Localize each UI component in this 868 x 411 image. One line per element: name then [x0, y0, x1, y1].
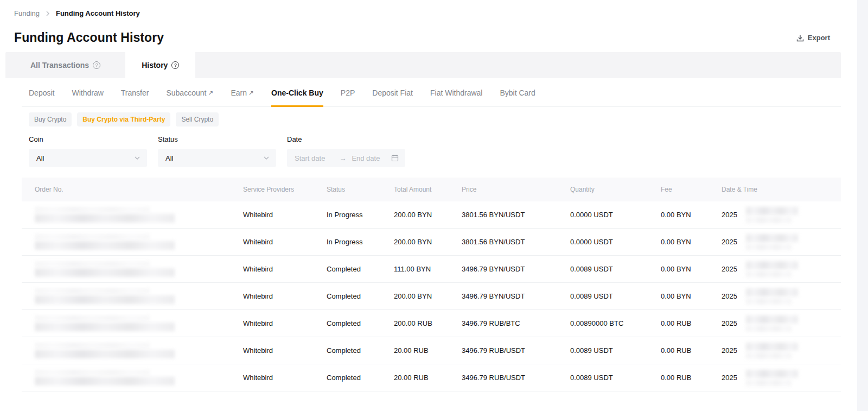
date-year: 2025	[722, 211, 737, 219]
subtab-bybit-card[interactable]: Bybit Card	[500, 78, 535, 106]
price-cell: 3801.56 BYN/USDT	[462, 211, 570, 219]
subtab-earn[interactable]: Earn ↗	[231, 78, 254, 106]
subtab-transfer[interactable]: Transfer	[121, 78, 149, 106]
fee-cell: 0.00 BYN	[661, 238, 722, 246]
status-filter-label: Status	[158, 135, 276, 143]
subtab-subaccount[interactable]: Subaccount ↗	[166, 78, 213, 106]
subtab-deposit-fiat[interactable]: Deposit Fiat	[372, 78, 413, 106]
table-row: Whitebird Completed 20.00 RUB 3496.79 RU…	[22, 337, 841, 364]
tab-label: All Transactions	[30, 61, 89, 69]
page-title: Funding Account History	[14, 30, 164, 45]
help-icon: ?	[93, 61, 100, 69]
date-range-input[interactable]: Start date → End date	[287, 149, 405, 167]
total-amount-cell: 111.00 BYN	[394, 265, 462, 273]
status-cell: Completed	[327, 319, 394, 327]
right-gutter	[857, 0, 868, 411]
table-row: Whitebird Completed 20.00 RUB 3496.79 RU…	[22, 364, 841, 391]
order-no-redacted	[35, 288, 243, 304]
date-time-cell: 2025	[722, 370, 841, 386]
fee-cell: 0.00 BYN	[661, 265, 722, 273]
tab-history[interactable]: History ?	[125, 52, 195, 78]
coin-select[interactable]: All	[29, 149, 147, 167]
column-header-quantity: Quantity	[570, 186, 661, 193]
subtab-p2p[interactable]: P2P	[341, 78, 355, 106]
chevron-down-icon	[263, 155, 270, 161]
pill-label: Buy Crypto	[34, 116, 66, 123]
fee-cell: 0.00 RUB	[661, 319, 722, 327]
pill-label: Sell Crypto	[181, 116, 213, 123]
subtab-label: Fiat Withdrawal	[430, 88, 482, 97]
breadcrumb-parent[interactable]: Funding	[14, 9, 40, 17]
order-no-redacted	[35, 370, 243, 385]
subtab-deposit[interactable]: Deposit	[29, 78, 54, 106]
subtab-label: Subaccount	[166, 88, 206, 97]
total-amount-cell: 200.00 BYN	[394, 292, 462, 300]
table-row: Whitebird Completed 200.00 RUB 3496.79 R…	[22, 310, 841, 337]
date-redacted	[746, 343, 798, 359]
date-time-cell: 2025	[722, 315, 841, 332]
fee-cell: 0.00 RUB	[661, 346, 722, 355]
order-no-redacted	[35, 315, 243, 331]
price-cell: 3496.79 RUB/BTC	[462, 319, 570, 327]
date-year: 2025	[722, 238, 737, 246]
table-row: Whitebird Completed 200.00 BYN 3496.79 B…	[22, 283, 841, 310]
tab-label: History	[142, 61, 168, 69]
status-select[interactable]: All	[158, 149, 276, 167]
pill-sell-crypto[interactable]: Sell Crypto	[176, 112, 219, 127]
column-header-service-providers: Service Providers	[243, 186, 327, 193]
total-amount-cell: 20.00 RUB	[394, 374, 462, 382]
date-year: 2025	[722, 265, 737, 273]
tab-all-transactions[interactable]: All Transactions ?	[5, 52, 125, 78]
export-button[interactable]: Export	[796, 34, 830, 42]
end-date-input[interactable]: End date	[352, 154, 380, 162]
status-cell: Completed	[327, 292, 394, 300]
date-redacted	[746, 261, 798, 277]
pill-buy-crypto-via-third-party[interactable]: Buy Crypto via Third-Party	[77, 112, 170, 127]
breadcrumb: Funding Funding Account History	[14, 9, 830, 17]
total-amount-cell: 200.00 BYN	[394, 238, 462, 246]
subtab-label: Deposit Fiat	[372, 88, 413, 97]
pill-label: Buy Crypto via Third-Party	[82, 116, 165, 123]
date-redacted	[746, 315, 798, 332]
column-header-price: Price	[462, 186, 570, 193]
quantity-cell: 0.0000 USDT	[570, 238, 661, 246]
table-body: Whitebird In Progress 200.00 BYN 3801.56…	[22, 201, 841, 391]
breadcrumb-current: Funding Account History	[56, 9, 140, 17]
quantity-cell: 0.0089 USDT	[570, 346, 661, 355]
subtab-label: Deposit	[29, 88, 54, 97]
subtab-label: Withdraw	[72, 88, 103, 97]
date-filter-label: Date	[287, 135, 405, 143]
calendar-icon[interactable]	[391, 154, 399, 162]
subtab-label: Transfer	[121, 88, 149, 97]
export-label: Export	[808, 34, 830, 42]
order-no-redacted	[35, 234, 243, 250]
page-header: Funding Funding Account History Funding …	[0, 0, 868, 45]
price-cell: 3496.79 RUB/USDT	[462, 374, 570, 382]
status-cell: Completed	[327, 346, 394, 355]
fee-cell: 0.00 BYN	[661, 292, 722, 300]
order-no-redacted	[35, 261, 243, 277]
status-select-value: All	[165, 154, 173, 162]
column-header-fee: Fee	[661, 186, 722, 193]
column-header-status: Status	[327, 186, 394, 193]
date-year: 2025	[722, 319, 737, 327]
subtab-one-click-buy[interactable]: One-Click Buy	[271, 78, 323, 106]
service-provider-cell: Whitebird	[243, 292, 327, 300]
external-link-icon: ↗	[208, 89, 213, 97]
date-time-cell: 2025	[722, 261, 841, 277]
subtab-fiat-withdrawal[interactable]: Fiat Withdrawal	[430, 78, 482, 106]
date-time-cell: 2025	[722, 288, 841, 305]
order-no-redacted	[35, 343, 243, 358]
subtab-withdraw[interactable]: Withdraw	[72, 78, 103, 106]
price-cell: 3496.79 RUB/USDT	[462, 346, 570, 355]
status-cell: In Progress	[327, 238, 394, 246]
date-redacted	[746, 370, 798, 386]
start-date-input[interactable]: Start date	[295, 154, 325, 162]
pill-buy-crypto[interactable]: Buy Crypto	[29, 112, 72, 127]
table-row: Whitebird Completed 111.00 BYN 3496.79 B…	[22, 256, 841, 283]
quantity-cell: 0.0089 USDT	[570, 265, 661, 273]
date-redacted	[746, 234, 798, 250]
date-time-cell: 2025	[722, 207, 841, 223]
coin-filter-label: Coin	[29, 135, 147, 143]
filter-row: Coin All Status All Date Start date → En…	[22, 135, 841, 167]
